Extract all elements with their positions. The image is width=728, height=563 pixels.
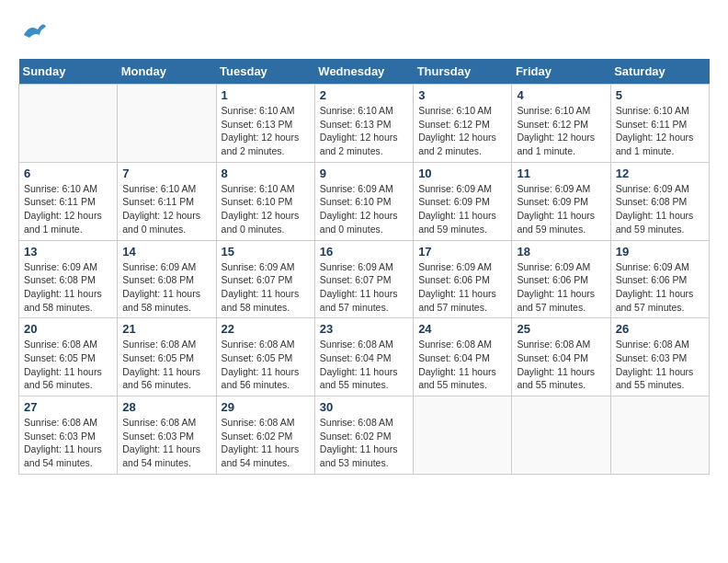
day-info: Sunrise: 6:08 AM Sunset: 6:03 PM Dayligh… [122, 416, 210, 470]
calendar-cell: 16Sunrise: 6:09 AM Sunset: 6:07 PM Dayli… [314, 240, 413, 318]
day-number: 8 [222, 167, 310, 180]
day-info: Sunrise: 6:08 AM Sunset: 6:04 PM Dayligh… [517, 338, 605, 392]
calendar-cell: 5Sunrise: 6:10 AM Sunset: 6:11 PM Daylig… [610, 85, 709, 163]
day-info: Sunrise: 6:08 AM Sunset: 6:05 PM Dayligh… [122, 338, 210, 392]
day-info: Sunrise: 6:08 AM Sunset: 6:04 PM Dayligh… [418, 338, 506, 392]
day-header-tuesday: Tuesday [216, 59, 314, 85]
day-number: 15 [222, 245, 310, 259]
calendar-cell: 9Sunrise: 6:09 AM Sunset: 6:10 PM Daylig… [314, 162, 413, 240]
day-number: 11 [517, 167, 605, 180]
calendar-cell: 23Sunrise: 6:08 AM Sunset: 6:04 PM Dayli… [314, 318, 413, 396]
calendar-week-3: 13Sunrise: 6:09 AM Sunset: 6:08 PM Dayli… [19, 240, 710, 318]
day-number: 4 [517, 88, 605, 102]
calendar-cell: 8Sunrise: 6:10 AM Sunset: 6:10 PM Daylig… [216, 162, 314, 240]
day-number: 24 [418, 322, 506, 336]
day-number: 29 [222, 400, 310, 414]
calendar-week-5: 27Sunrise: 6:08 AM Sunset: 6:03 PM Dayli… [19, 396, 710, 475]
day-number: 26 [616, 322, 704, 336]
day-number: 23 [320, 322, 408, 336]
day-number: 16 [320, 245, 408, 259]
day-number: 10 [418, 167, 506, 180]
day-info: Sunrise: 6:08 AM Sunset: 6:05 PM Dayligh… [222, 338, 310, 392]
day-info: Sunrise: 6:09 AM Sunset: 6:09 PM Dayligh… [517, 182, 605, 236]
calendar-cell: 25Sunrise: 6:08 AM Sunset: 6:04 PM Dayli… [512, 318, 610, 396]
day-info: Sunrise: 6:10 AM Sunset: 6:12 PM Dayligh… [418, 104, 506, 158]
calendar-cell [19, 85, 118, 163]
day-header-wednesday: Wednesday [314, 59, 413, 85]
day-info: Sunrise: 6:09 AM Sunset: 6:06 PM Dayligh… [418, 260, 506, 315]
day-number: 12 [616, 167, 704, 180]
day-number: 3 [418, 88, 506, 102]
day-number: 25 [517, 322, 605, 336]
calendar-cell: 2Sunrise: 6:10 AM Sunset: 6:13 PM Daylig… [314, 85, 413, 163]
day-header-saturday: Saturday [610, 59, 709, 85]
calendar-cell: 3Sunrise: 6:10 AM Sunset: 6:12 PM Daylig… [414, 85, 512, 163]
day-number: 2 [320, 88, 408, 102]
day-info: Sunrise: 6:09 AM Sunset: 6:08 PM Dayligh… [122, 260, 210, 315]
calendar-cell: 11Sunrise: 6:09 AM Sunset: 6:09 PM Dayli… [512, 162, 610, 240]
logo [18, 18, 46, 50]
day-number: 13 [24, 245, 112, 259]
calendar-cell: 17Sunrise: 6:09 AM Sunset: 6:06 PM Dayli… [414, 240, 512, 318]
day-info: Sunrise: 6:08 AM Sunset: 6:02 PM Dayligh… [222, 416, 310, 470]
calendar-cell: 28Sunrise: 6:08 AM Sunset: 6:03 PM Dayli… [118, 396, 216, 475]
logo-bird-icon [18, 18, 46, 46]
day-header-monday: Monday [118, 59, 216, 85]
day-number: 9 [320, 167, 408, 180]
calendar-cell: 27Sunrise: 6:08 AM Sunset: 6:03 PM Dayli… [19, 396, 118, 475]
calendar-cell: 29Sunrise: 6:08 AM Sunset: 6:02 PM Dayli… [216, 396, 314, 475]
calendar-cell: 6Sunrise: 6:10 AM Sunset: 6:11 PM Daylig… [19, 162, 118, 240]
page-header [18, 18, 710, 50]
day-number: 18 [517, 245, 605, 259]
calendar-cell: 26Sunrise: 6:08 AM Sunset: 6:03 PM Dayli… [610, 318, 709, 396]
day-header-sunday: Sunday [19, 59, 118, 85]
calendar-cell: 19Sunrise: 6:09 AM Sunset: 6:06 PM Dayli… [610, 240, 709, 318]
day-number: 14 [122, 245, 210, 259]
day-info: Sunrise: 6:09 AM Sunset: 6:08 PM Dayligh… [616, 182, 704, 236]
calendar-header-row: SundayMondayTuesdayWednesdayThursdayFrid… [19, 59, 710, 85]
day-number: 20 [24, 322, 112, 336]
day-number: 5 [616, 88, 704, 102]
day-number: 1 [222, 88, 310, 102]
day-info: Sunrise: 6:10 AM Sunset: 6:11 PM Dayligh… [122, 182, 210, 236]
calendar-cell: 7Sunrise: 6:10 AM Sunset: 6:11 PM Daylig… [118, 162, 216, 240]
day-info: Sunrise: 6:10 AM Sunset: 6:12 PM Dayligh… [517, 104, 605, 158]
calendar-body: 1Sunrise: 6:10 AM Sunset: 6:13 PM Daylig… [19, 85, 710, 475]
day-info: Sunrise: 6:08 AM Sunset: 6:04 PM Dayligh… [320, 338, 408, 392]
day-number: 7 [122, 167, 210, 180]
calendar-cell: 1Sunrise: 6:10 AM Sunset: 6:13 PM Daylig… [216, 85, 314, 163]
day-info: Sunrise: 6:08 AM Sunset: 6:02 PM Dayligh… [320, 416, 408, 470]
calendar-cell: 20Sunrise: 6:08 AM Sunset: 6:05 PM Dayli… [19, 318, 118, 396]
day-info: Sunrise: 6:10 AM Sunset: 6:13 PM Dayligh… [320, 104, 408, 158]
day-number: 28 [122, 400, 210, 414]
day-info: Sunrise: 6:08 AM Sunset: 6:05 PM Dayligh… [24, 338, 112, 392]
day-number: 22 [222, 322, 310, 336]
day-header-friday: Friday [512, 59, 610, 85]
calendar-cell [512, 396, 610, 475]
day-number: 17 [418, 245, 506, 259]
calendar-cell: 10Sunrise: 6:09 AM Sunset: 6:09 PM Dayli… [414, 162, 512, 240]
calendar-cell: 13Sunrise: 6:09 AM Sunset: 6:08 PM Dayli… [19, 240, 118, 318]
day-number: 30 [320, 400, 408, 414]
day-number: 27 [24, 400, 112, 414]
calendar-cell: 12Sunrise: 6:09 AM Sunset: 6:08 PM Dayli… [610, 162, 709, 240]
day-info: Sunrise: 6:10 AM Sunset: 6:11 PM Dayligh… [24, 182, 112, 236]
day-info: Sunrise: 6:10 AM Sunset: 6:11 PM Dayligh… [616, 104, 704, 158]
calendar-week-2: 6Sunrise: 6:10 AM Sunset: 6:11 PM Daylig… [19, 162, 710, 240]
calendar-cell: 18Sunrise: 6:09 AM Sunset: 6:06 PM Dayli… [512, 240, 610, 318]
calendar-cell: 4Sunrise: 6:10 AM Sunset: 6:12 PM Daylig… [512, 85, 610, 163]
calendar-cell [414, 396, 512, 475]
day-info: Sunrise: 6:09 AM Sunset: 6:10 PM Dayligh… [320, 182, 408, 236]
day-number: 21 [122, 322, 210, 336]
calendar-cell: 21Sunrise: 6:08 AM Sunset: 6:05 PM Dayli… [118, 318, 216, 396]
calendar-cell: 14Sunrise: 6:09 AM Sunset: 6:08 PM Dayli… [118, 240, 216, 318]
day-header-thursday: Thursday [414, 59, 512, 85]
calendar-cell [610, 396, 709, 475]
day-info: Sunrise: 6:09 AM Sunset: 6:09 PM Dayligh… [418, 182, 506, 236]
day-info: Sunrise: 6:09 AM Sunset: 6:07 PM Dayligh… [320, 260, 408, 315]
day-info: Sunrise: 6:10 AM Sunset: 6:10 PM Dayligh… [222, 182, 310, 236]
day-number: 19 [616, 245, 704, 259]
day-info: Sunrise: 6:09 AM Sunset: 6:07 PM Dayligh… [222, 260, 310, 315]
day-info: Sunrise: 6:09 AM Sunset: 6:06 PM Dayligh… [616, 260, 704, 315]
calendar-cell: 30Sunrise: 6:08 AM Sunset: 6:02 PM Dayli… [314, 396, 413, 475]
